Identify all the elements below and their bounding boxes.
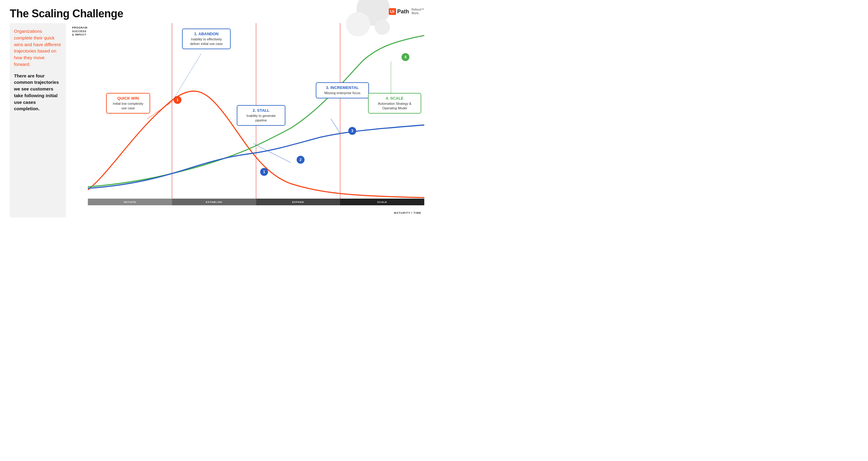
x-segment-scale: SCALE bbox=[340, 199, 424, 205]
marker-1-blue: 1 bbox=[260, 168, 268, 176]
left-orange-text: Organizations complete their quick wins … bbox=[14, 28, 62, 68]
x-segment-initiate: INITIATE bbox=[88, 199, 172, 205]
abandon-body: Inability to effectively deliver initial… bbox=[186, 37, 226, 46]
stall-body: Inability to generate pipeline bbox=[241, 113, 281, 123]
maturity-time-label: MATURITY / TIME bbox=[394, 211, 421, 215]
page: The Scaling Challenge Ui Path Reboot™ Wo… bbox=[0, 0, 434, 230]
chart-svg-container: 1. ABANDON Inability to effectively deli… bbox=[88, 23, 424, 205]
logo-reboot: Reboot™ Work. bbox=[411, 8, 424, 15]
x-segment-establish: ESTABLISH bbox=[172, 199, 256, 205]
left-black-text: There are four common trajectories we se… bbox=[14, 73, 62, 112]
y-axis-label: PROGRAM SUCCESS & IMPACT bbox=[72, 26, 88, 37]
callout-incremental: 3. INCREMENTAL Missing enterprise focus bbox=[316, 82, 369, 98]
quick-win-body: Initial low complexity use case bbox=[110, 101, 146, 110]
scale-title: 4. SCALE bbox=[372, 96, 417, 101]
quick-win-title: QUICK WIN bbox=[110, 96, 146, 101]
marker-2-blue: 2 bbox=[297, 156, 305, 164]
logo: Ui Path Reboot™ Work. bbox=[389, 8, 424, 15]
main-content: Organizations complete their quick wins … bbox=[10, 23, 424, 218]
left-panel: Organizations complete their quick wins … bbox=[10, 23, 66, 218]
marker-1-orange: 1 bbox=[174, 96, 181, 104]
scale-body: Automation Strategy & Operating Model bbox=[372, 101, 417, 110]
callout-quick-win: QUICK WIN Initial low complexity use cas… bbox=[106, 93, 150, 113]
abandon-title: 1. ABANDON bbox=[186, 32, 226, 36]
x-segment-expand: EXPAND bbox=[256, 199, 340, 205]
page-title: The Scaling Challenge bbox=[10, 7, 123, 20]
logo-path-text: Path bbox=[397, 8, 409, 15]
callout-abandon: 1. ABANDON Inability to effectively deli… bbox=[182, 29, 231, 49]
chart-area: PROGRAM SUCCESS & IMPACT bbox=[72, 23, 424, 218]
callout-scale: 4. SCALE Automation Strategy & Operating… bbox=[368, 93, 421, 113]
x-axis-bar: INITIATE ESTABLISH EXPAND SCALE bbox=[88, 199, 424, 205]
marker-3-blue: 3 bbox=[348, 127, 356, 135]
marker-4-green: 4 bbox=[401, 53, 409, 61]
incremental-body: Missing enterprise focus bbox=[320, 91, 365, 95]
uipath-logo: Ui Path bbox=[389, 8, 409, 15]
stall-title: 2. STALL bbox=[241, 108, 281, 113]
callout-stall: 2. STALL Inability to generate pipeline bbox=[237, 105, 285, 126]
incremental-title: 3. INCREMENTAL bbox=[320, 85, 365, 90]
